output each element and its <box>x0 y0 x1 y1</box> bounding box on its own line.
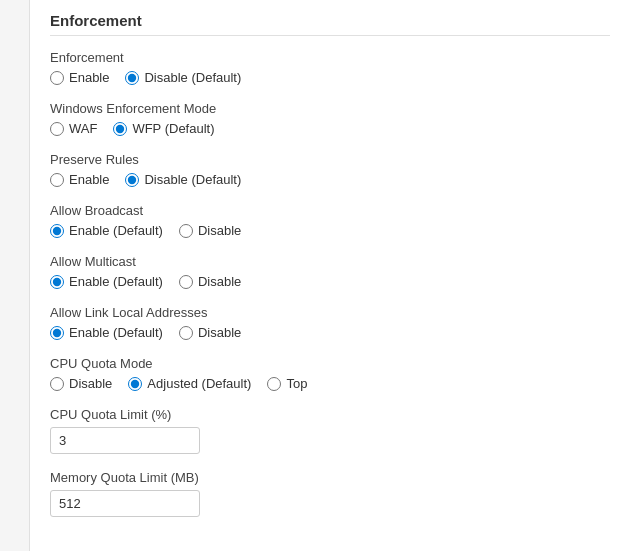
enforcement-enable-radio[interactable] <box>50 71 64 85</box>
pr-disable-option[interactable]: Disable (Default) <box>125 172 241 187</box>
section-title: Enforcement <box>50 12 610 36</box>
wem-wfp-radio[interactable] <box>113 122 127 136</box>
sidebar <box>0 0 30 551</box>
cqm-adjusted-radio[interactable] <box>128 377 142 391</box>
cqm-top-label: Top <box>286 376 307 391</box>
am-disable-label: Disable <box>198 274 241 289</box>
wem-waf-radio[interactable] <box>50 122 64 136</box>
am-enable-label: Enable (Default) <box>69 274 163 289</box>
cpu-quota-limit-input[interactable] <box>50 427 200 454</box>
allow-broadcast-radio-group: Enable (Default) Disable <box>50 223 610 238</box>
allow-multicast-radio-group: Enable (Default) Disable <box>50 274 610 289</box>
allow-link-local-group: Allow Link Local Addresses Enable (Defau… <box>50 305 610 340</box>
pr-enable-radio[interactable] <box>50 173 64 187</box>
cqm-adjusted-option[interactable]: Adjusted (Default) <box>128 376 251 391</box>
enforcement-group: Enforcement Enable Disable (Default) <box>50 50 610 85</box>
page-container: Enforcement Enforcement Enable Disable (… <box>0 0 630 551</box>
content-area: Enforcement Enforcement Enable Disable (… <box>30 0 630 551</box>
preserve-rules-radio-group: Enable Disable (Default) <box>50 172 610 187</box>
wem-waf-option[interactable]: WAF <box>50 121 97 136</box>
cqm-top-option[interactable]: Top <box>267 376 307 391</box>
cqm-disable-label: Disable <box>69 376 112 391</box>
ab-disable-label: Disable <box>198 223 241 238</box>
cqm-disable-option[interactable]: Disable <box>50 376 112 391</box>
ab-disable-radio[interactable] <box>179 224 193 238</box>
memory-quota-limit-label: Memory Quota Limit (MB) <box>50 470 610 485</box>
wem-label: Windows Enforcement Mode <box>50 101 610 116</box>
cpu-quota-mode-radio-group: Disable Adjusted (Default) Top <box>50 376 610 391</box>
ab-enable-radio[interactable] <box>50 224 64 238</box>
all-enable-label: Enable (Default) <box>69 325 163 340</box>
allow-broadcast-group: Allow Broadcast Enable (Default) Disable <box>50 203 610 238</box>
ab-enable-option[interactable]: Enable (Default) <box>50 223 163 238</box>
cpu-quota-limit-label: CPU Quota Limit (%) <box>50 407 610 422</box>
all-disable-radio[interactable] <box>179 326 193 340</box>
pr-enable-label: Enable <box>69 172 109 187</box>
cpu-quota-limit-group: CPU Quota Limit (%) <box>50 407 610 454</box>
preserve-rules-group: Preserve Rules Enable Disable (Default) <box>50 152 610 187</box>
ab-disable-option[interactable]: Disable <box>179 223 241 238</box>
ab-enable-label: Enable (Default) <box>69 223 163 238</box>
pr-enable-option[interactable]: Enable <box>50 172 109 187</box>
wem-waf-label: WAF <box>69 121 97 136</box>
enforcement-label: Enforcement <box>50 50 610 65</box>
all-enable-option[interactable]: Enable (Default) <box>50 325 163 340</box>
allow-link-local-radio-group: Enable (Default) Disable <box>50 325 610 340</box>
am-enable-radio[interactable] <box>50 275 64 289</box>
enforcement-radio-group: Enable Disable (Default) <box>50 70 610 85</box>
wem-radio-group: WAF WFP (Default) <box>50 121 610 136</box>
pr-disable-label: Disable (Default) <box>144 172 241 187</box>
am-disable-option[interactable]: Disable <box>179 274 241 289</box>
cqm-adjusted-label: Adjusted (Default) <box>147 376 251 391</box>
all-disable-label: Disable <box>198 325 241 340</box>
preserve-rules-label: Preserve Rules <box>50 152 610 167</box>
cpu-quota-mode-group: CPU Quota Mode Disable Adjusted (Default… <box>50 356 610 391</box>
allow-link-local-label: Allow Link Local Addresses <box>50 305 610 320</box>
all-disable-option[interactable]: Disable <box>179 325 241 340</box>
allow-broadcast-label: Allow Broadcast <box>50 203 610 218</box>
pr-disable-radio[interactable] <box>125 173 139 187</box>
enforcement-disable-label: Disable (Default) <box>144 70 241 85</box>
allow-multicast-label: Allow Multicast <box>50 254 610 269</box>
enforcement-enable-label: Enable <box>69 70 109 85</box>
all-enable-radio[interactable] <box>50 326 64 340</box>
memory-quota-limit-input[interactable] <box>50 490 200 517</box>
wem-wfp-option[interactable]: WFP (Default) <box>113 121 214 136</box>
enforcement-disable-radio[interactable] <box>125 71 139 85</box>
wem-group: Windows Enforcement Mode WAF WFP (Defaul… <box>50 101 610 136</box>
cqm-disable-radio[interactable] <box>50 377 64 391</box>
wem-wfp-label: WFP (Default) <box>132 121 214 136</box>
allow-multicast-group: Allow Multicast Enable (Default) Disable <box>50 254 610 289</box>
cpu-quota-mode-label: CPU Quota Mode <box>50 356 610 371</box>
cqm-top-radio[interactable] <box>267 377 281 391</box>
memory-quota-limit-group: Memory Quota Limit (MB) <box>50 470 610 517</box>
am-disable-radio[interactable] <box>179 275 193 289</box>
enforcement-enable-option[interactable]: Enable <box>50 70 109 85</box>
enforcement-disable-option[interactable]: Disable (Default) <box>125 70 241 85</box>
am-enable-option[interactable]: Enable (Default) <box>50 274 163 289</box>
